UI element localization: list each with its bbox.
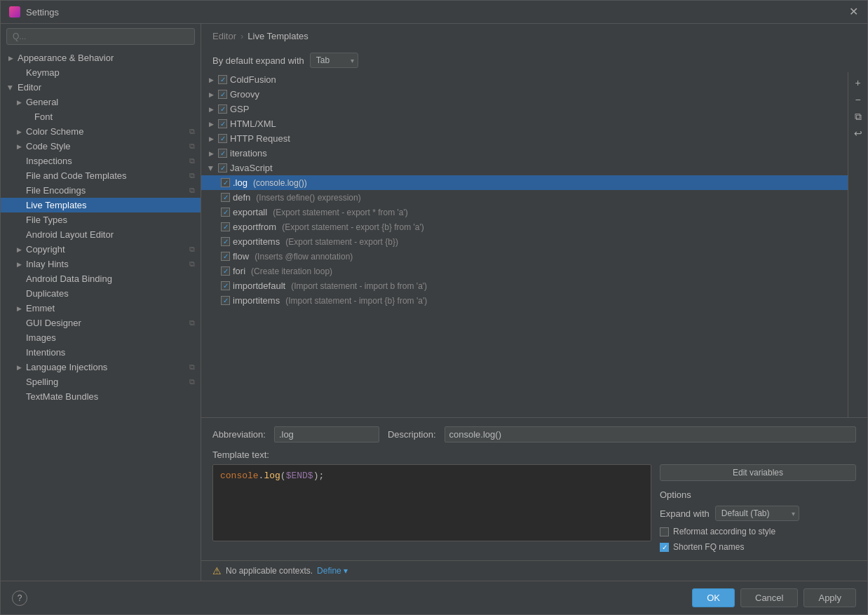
template-code-keyword: console [220, 471, 259, 481]
checkbox-exportall[interactable] [221, 208, 230, 217]
tpl-desc-exportfrom: (Export statement - export {b} from 'a') [282, 222, 424, 232]
close-button[interactable]: ✕ [848, 6, 859, 18]
sidebar-item-spelling[interactable]: Spelling ⧉ [1, 374, 201, 389]
checkbox-flow[interactable] [221, 252, 230, 261]
group-groovy[interactable]: ▶ Groovy [201, 87, 848, 102]
arrow-filetypes [15, 216, 23, 224]
sidebar-item-duplicates[interactable]: Duplicates [1, 286, 201, 301]
template-editor[interactable]: console.log($END$); [212, 464, 651, 541]
shorten-checkbox[interactable] [660, 543, 669, 552]
sidebar-item-livetemplates[interactable]: Live Templates [1, 198, 201, 212]
sidebar-item-emmet[interactable]: ▶ Emmet [1, 301, 201, 316]
sidebar-item-guidesigner[interactable]: GUI Designer ⧉ [1, 316, 201, 330]
reset-template-button[interactable]: ↩ [850, 126, 866, 141]
abbreviation-input[interactable] [274, 426, 379, 442]
sidebar-item-androiddatabinding[interactable]: Android Data Binding [1, 271, 201, 286]
define-link[interactable]: Define ▾ [317, 566, 348, 576]
arrow-images [15, 334, 23, 342]
copy-template-button[interactable]: ⧉ [850, 109, 866, 124]
reformat-checkbox[interactable] [660, 527, 669, 536]
sidebar-item-label: Inlay Hints [26, 259, 69, 269]
sidebar-item-label: Editor [18, 82, 41, 93]
tpl-name-exportfrom: exportfrom [233, 222, 276, 232]
sidebar-item-codestyle[interactable]: ▶ Code Style ⧉ [1, 139, 201, 154]
sidebar-item-inlayhints[interactable]: ▶ Inlay Hints ⧉ [1, 257, 201, 271]
sidebar-item-general[interactable]: ▶ General [1, 95, 201, 109]
checkbox-groovy[interactable] [218, 90, 227, 99]
sidebar-item-intentions[interactable]: Intentions [1, 345, 201, 360]
checkbox-importitems[interactable] [221, 296, 230, 305]
description-input[interactable] [445, 426, 856, 442]
group-httprequest[interactable]: ▶ HTTP Request [201, 131, 848, 146]
sidebar-item-keymap[interactable]: Keymap [1, 65, 201, 80]
tpl-item-fori[interactable]: fori (Create iteration loop) [201, 264, 848, 278]
tpl-item-importitems[interactable]: importitems (Import statement - import {… [201, 293, 848, 308]
checkbox-javascript[interactable] [218, 163, 227, 173]
group-arrow-groovy: ▶ [207, 90, 215, 99]
arrow-languageinjections: ▶ [15, 363, 23, 372]
checkbox-htmlxml[interactable] [218, 119, 227, 128]
sidebar-item-filecodetemplates[interactable]: File and Code Templates ⧉ [1, 168, 201, 183]
group-gsp[interactable]: ▶ GSP [201, 102, 848, 116]
sidebar-item-label: File Encodings [26, 185, 86, 196]
arrow-livetemplates [15, 201, 23, 210]
sidebar-item-label: Live Templates [26, 200, 86, 210]
remove-template-button[interactable]: − [850, 92, 866, 107]
checkbox-coldfusion[interactable] [218, 75, 227, 84]
tpl-item-exportall[interactable]: exportall (Export statement - export * f… [201, 205, 848, 219]
reformat-row[interactable]: Reformat according to style [660, 527, 856, 536]
ok-button[interactable]: OK [692, 588, 735, 607]
sidebar-item-label: Emmet [26, 303, 55, 313]
shorten-row[interactable]: Shorten FQ names [660, 542, 856, 552]
sidebar-item-colorscheme[interactable]: ▶ Color Scheme ⧉ [1, 124, 201, 139]
apply-button[interactable]: Apply [803, 588, 856, 607]
sidebar-item-font[interactable]: Font [1, 109, 201, 124]
tpl-name-log: .log [233, 177, 247, 188]
tpl-item-exportfrom[interactable]: exportfrom (Export statement - export {b… [201, 219, 848, 234]
tpl-item-defn[interactable]: defn (Inserts define() expression) [201, 190, 848, 205]
checkbox-iterations[interactable] [218, 149, 227, 158]
cancel-button[interactable]: Cancel [740, 588, 798, 607]
checkbox-gsp[interactable] [218, 104, 227, 114]
group-coldfusion[interactable]: ▶ ColdFusion [201, 72, 848, 87]
copy-icon-languageinjections: ⧉ [189, 363, 195, 372]
context-warning: ⚠ No applicable contexts. Define ▾ [201, 560, 867, 581]
sidebar-item-inspections[interactable]: Inspections ⧉ [1, 154, 201, 168]
add-template-button[interactable]: + [850, 75, 866, 90]
sidebar-item-editor[interactable]: ▶ Editor [1, 80, 201, 95]
sidebar-item-label: Appearance & Behavior [18, 53, 114, 63]
arrow-inlayhints: ▶ [15, 260, 23, 269]
checkbox-log[interactable] [221, 178, 230, 187]
checkbox-fori[interactable] [221, 266, 230, 276]
group-javascript[interactable]: ▶ JavaScript [201, 161, 848, 175]
tpl-item-importdefault[interactable]: importdefault (Import statement - import… [201, 278, 848, 293]
sidebar-item-filetypes[interactable]: File Types [1, 212, 201, 227]
checkbox-exportfrom[interactable] [221, 222, 230, 231]
expand-with-select[interactable]: Default (Tab) Tab Enter Space [715, 506, 799, 521]
sidebar-item-appearance[interactable]: ▶ Appearance & Behavior [1, 50, 201, 65]
sidebar-item-images[interactable]: Images [1, 330, 201, 345]
checkbox-exportitems[interactable] [221, 237, 230, 246]
tpl-item-log[interactable]: .log (console.log()) [201, 175, 848, 190]
tpl-name-exportall: exportall [233, 207, 267, 217]
breadcrumb-current: Live Templates [247, 31, 308, 41]
tpl-name-flow: flow [233, 251, 249, 262]
edit-variables-button[interactable]: Edit variables [660, 464, 856, 481]
checkbox-defn[interactable] [221, 193, 230, 202]
group-iterations[interactable]: ▶ iterations [201, 146, 848, 161]
group-htmlxml[interactable]: ▶ HTML/XML [201, 116, 848, 131]
sidebar-item-textmatebundles[interactable]: TextMate Bundles [1, 389, 201, 404]
checkbox-importdefault[interactable] [221, 281, 230, 290]
sidebar-item-fileencodings[interactable]: File Encodings ⧉ [1, 183, 201, 198]
tpl-desc-exportall: (Export statement - export * from 'a') [273, 208, 408, 217]
search-input[interactable] [6, 28, 195, 45]
sidebar-item-languageinjections[interactable]: ▶ Language Injections ⧉ [1, 360, 201, 374]
sidebar-item-copyright[interactable]: ▶ Copyright ⧉ [1, 242, 201, 257]
tpl-item-flow[interactable]: flow (Inserts @flow annotation) [201, 249, 848, 264]
tpl-name-importdefault: importdefault [233, 281, 285, 291]
help-button[interactable]: ? [12, 590, 27, 606]
expand-select[interactable]: Tab Enter Space [310, 53, 358, 68]
tpl-item-exportitems[interactable]: exportitems (Export statement - export {… [201, 234, 848, 249]
sidebar-item-androidlayout[interactable]: Android Layout Editor [1, 227, 201, 242]
checkbox-httprequest[interactable] [218, 134, 227, 143]
